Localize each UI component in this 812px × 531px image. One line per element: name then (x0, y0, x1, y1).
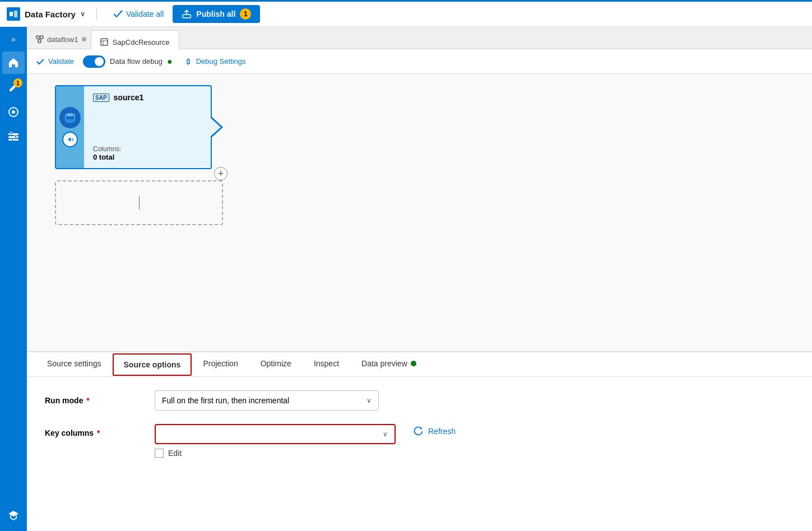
tab-projection-label: Projection (203, 359, 238, 368)
toggle-knob (95, 57, 104, 66)
edit-label: Edit (168, 449, 182, 458)
tab-source-settings[interactable]: Source settings (36, 352, 113, 376)
columns-value: 0 total (93, 153, 202, 161)
svg-rect-13 (36, 36, 39, 39)
validate-all-label: Validate all (126, 10, 164, 18)
dataflow-tab-label: dataflow1 (47, 35, 78, 44)
validate-button[interactable]: Validate (36, 57, 74, 66)
content-area: dataflow1 SapCdcResource Validate (27, 27, 812, 531)
sap-logo: SAP (93, 94, 109, 102)
bottom-panel: Source settings Source options Projectio… (27, 352, 812, 531)
publish-badge: 1 (240, 8, 251, 20)
table-icon (100, 38, 108, 46)
debug-toggle-label: Data flow debug (110, 57, 163, 66)
svg-rect-14 (40, 36, 43, 39)
learn-icon (7, 509, 20, 521)
svg-rect-0 (10, 12, 13, 16)
svg-rect-15 (38, 40, 41, 43)
debug-status-icon: ● (167, 57, 173, 67)
debug-settings-label: Debug Settings (196, 57, 246, 66)
run-mode-select[interactable]: Full on the first run, then incremental … (155, 390, 379, 411)
key-columns-label: Key columns * (45, 424, 146, 437)
debug-settings-button[interactable]: Debug Settings (184, 57, 246, 66)
sidebar-item-tools[interactable] (2, 125, 25, 148)
tab-source-options-label: Source options (124, 360, 181, 369)
tab-optimize[interactable]: Optimize (249, 352, 303, 376)
tab-source-options[interactable]: Source options (113, 353, 192, 376)
source-node[interactable]: SAP source1 Columns: 0 total + (55, 85, 223, 175)
validate-label: Validate (48, 57, 74, 66)
node-title: source1 (114, 93, 144, 102)
publish-all-button[interactable]: Publish all 1 (173, 5, 260, 23)
svg-point-21 (66, 119, 75, 122)
canvas-area: SAP source1 Columns: 0 total + (27, 74, 812, 352)
edit-checkbox[interactable] (155, 449, 164, 458)
data-preview-status-dot (411, 361, 416, 366)
key-columns-chevron-icon: ∨ (383, 430, 388, 438)
edit-row: Edit (155, 449, 396, 458)
debug-toggle-area: Data flow debug ● (83, 55, 173, 68)
sidebar-item-edit[interactable]: 1 (2, 76, 25, 99)
run-mode-row: Run mode * Full on the first run, then i… (45, 390, 794, 411)
sapcdc-tab-label: SapCdcResource (113, 38, 170, 46)
publish-icon (182, 9, 192, 19)
sidebar-expand-button[interactable]: » (8, 31, 19, 47)
refresh-label: Refresh (428, 427, 456, 436)
validate-icon (113, 9, 123, 19)
node-arrow-icon (62, 132, 78, 147)
add-node-button[interactable]: + (214, 167, 228, 180)
dataflow-icon (36, 35, 44, 43)
tools-icon (7, 131, 20, 143)
tab-projection[interactable]: Projection (192, 352, 249, 376)
svg-rect-11 (15, 135, 17, 137)
tab-inspect[interactable]: Inspect (303, 352, 350, 376)
bottom-content: Run mode * Full on the first run, then i… (27, 377, 812, 531)
key-columns-required: * (95, 428, 100, 437)
tab-data-preview[interactable]: Data preview (350, 352, 428, 376)
node-body: SAP source1 Columns: 0 total (84, 86, 211, 168)
tab-data-preview-label: Data preview (361, 359, 407, 368)
svg-point-20 (66, 113, 75, 117)
sidebar-item-monitor[interactable] (2, 101, 25, 123)
toolbar: Validate Data flow debug ● Debug Setting… (27, 49, 812, 74)
tab-source-settings-label: Source settings (47, 359, 101, 368)
breadcrumb-expand[interactable]: dataflow1 (31, 30, 91, 49)
run-mode-label: Run mode * (45, 396, 146, 405)
edit-badge: 1 (13, 78, 22, 87)
tab-sapcdc[interactable]: SapCdcResource (91, 30, 179, 49)
separator (96, 7, 97, 21)
run-mode-chevron-icon: ∨ (366, 397, 372, 404)
node-left-bar (56, 86, 84, 168)
checkmark-icon (36, 57, 45, 66)
sidebar-item-home[interactable] (2, 52, 25, 74)
svg-rect-1 (14, 11, 17, 17)
top-bar: Data Factory ∨ Validate all Publish all … (0, 0, 812, 27)
brand-area: Data Factory ∨ (7, 7, 85, 21)
run-mode-value: Full on the first run, then incremental (162, 396, 289, 405)
svg-point-6 (12, 110, 15, 114)
brand-chevron[interactable]: ∨ (80, 10, 85, 18)
sidebar-item-learn[interactable] (2, 504, 25, 527)
tab-optimize-label: Optimize (261, 359, 291, 368)
bottom-tabs: Source settings Source options Projectio… (27, 352, 812, 377)
key-columns-select[interactable]: ∨ (155, 424, 396, 444)
node-arrow-inner (210, 118, 221, 137)
refresh-icon (414, 426, 424, 436)
svg-rect-12 (11, 138, 13, 140)
node-columns: Columns: 0 total (93, 145, 202, 161)
data-factory-icon (7, 7, 20, 21)
sidebar: » 1 (0, 27, 27, 531)
refresh-button[interactable]: Refresh (414, 426, 456, 436)
drop-zone[interactable] (55, 180, 223, 225)
dataflow-unsaved-dot (82, 37, 86, 41)
tab-bar: dataflow1 SapCdcResource (27, 27, 812, 49)
tab-inspect-label: Inspect (314, 359, 339, 368)
top-bar-actions: Validate all Publish all 1 (113, 5, 260, 23)
debug-toggle-switch[interactable] (83, 55, 105, 68)
validate-all-button[interactable]: Validate all (113, 9, 164, 19)
columns-label: Columns: (93, 145, 122, 153)
main-layout: » 1 (0, 27, 812, 531)
settings-icon (184, 57, 193, 66)
key-columns-input-wrapper: ∨ (155, 424, 396, 444)
node-card: SAP source1 Columns: 0 total (55, 85, 212, 169)
